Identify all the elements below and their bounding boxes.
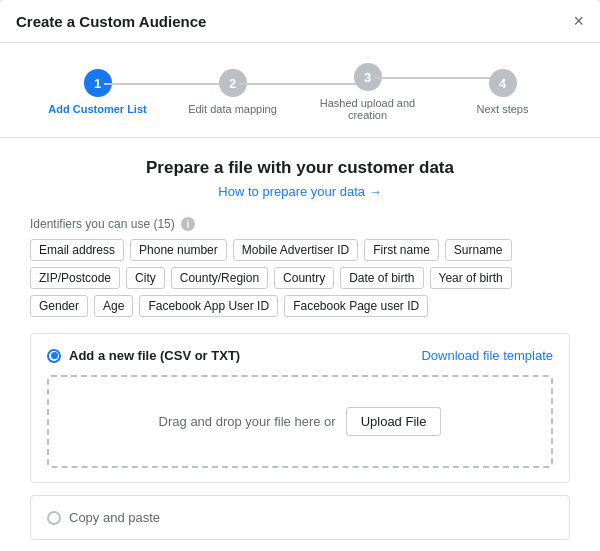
upload-section: Add a new file (CSV or TXT) Download fil… [30,333,570,483]
identifier-tag[interactable]: Phone number [130,239,227,261]
copy-paste-radio-btn[interactable] [47,511,61,525]
step-3: 3 Hashed upload and creation [300,63,435,121]
identifier-tag[interactable]: Surname [445,239,512,261]
download-template-link[interactable]: Download file template [421,348,553,363]
create-custom-audience-modal: Create a Custom Audience × 1 Add Custome… [0,0,600,551]
upload-file-button[interactable]: Upload File [346,407,442,436]
info-icon[interactable]: i [181,217,195,231]
step-4-label: Next steps [477,103,529,115]
step-1: 1 Add Customer List [30,69,165,115]
identifier-tag[interactable]: Mobile Advertiser ID [233,239,358,261]
tags-container: Email addressPhone numberMobile Advertis… [30,239,570,317]
add-file-radio-label[interactable]: Add a new file (CSV or TXT) [47,348,240,363]
step-1-circle: 1 [84,69,112,97]
step-3-circle: 3 [354,63,382,91]
step-4-circle: 4 [489,69,517,97]
identifier-tag[interactable]: City [126,267,165,289]
identifier-tag[interactable]: Country [274,267,334,289]
identifier-tag[interactable]: Facebook Page user ID [284,295,428,317]
identifier-tag[interactable]: Year of birth [430,267,512,289]
how-to-link[interactable]: How to prepare your data → [218,184,381,199]
step-2-label: Edit data mapping [188,103,277,115]
identifiers-label: Identifiers you can use (15) [30,217,175,231]
identifier-tag[interactable]: Facebook App User ID [139,295,278,317]
drop-zone[interactable]: Drag and drop your file here or Upload F… [47,375,553,468]
step-1-label: Add Customer List [48,103,146,115]
identifier-tag[interactable]: First name [364,239,439,261]
identifier-tag[interactable]: Date of birth [340,267,423,289]
step-2-circle: 2 [219,69,247,97]
how-to-link-container: How to prepare your data → [30,184,570,199]
identifier-tag[interactable]: Email address [30,239,124,261]
identifiers-row: Identifiers you can use (15) i [30,217,570,231]
identifier-tag[interactable]: Gender [30,295,88,317]
add-file-label: Add a new file (CSV or TXT) [69,348,240,363]
copy-paste-radio-label[interactable]: Copy and paste [47,510,553,525]
modal-header: Create a Custom Audience × [0,0,600,43]
modal-body: Prepare a file with your customer data H… [0,138,600,551]
step-2: 2 Edit data mapping [165,69,300,115]
add-file-radio-btn[interactable] [47,349,61,363]
drop-text: Drag and drop your file here or [159,414,336,429]
identifier-tag[interactable]: Age [94,295,133,317]
stepper: 1 Add Customer List 2 Edit data mapping … [0,43,600,138]
close-button[interactable]: × [573,12,584,30]
copy-paste-section: Copy and paste [30,495,570,540]
step-3-label: Hashed upload and creation [300,97,435,121]
modal-title: Create a Custom Audience [16,13,206,30]
step-4: 4 Next steps [435,69,570,115]
section-title: Prepare a file with your customer data [30,158,570,178]
copy-paste-label: Copy and paste [69,510,160,525]
upload-header: Add a new file (CSV or TXT) Download fil… [47,348,553,363]
identifier-tag[interactable]: County/Region [171,267,268,289]
identifier-tag[interactable]: ZIP/Postcode [30,267,120,289]
